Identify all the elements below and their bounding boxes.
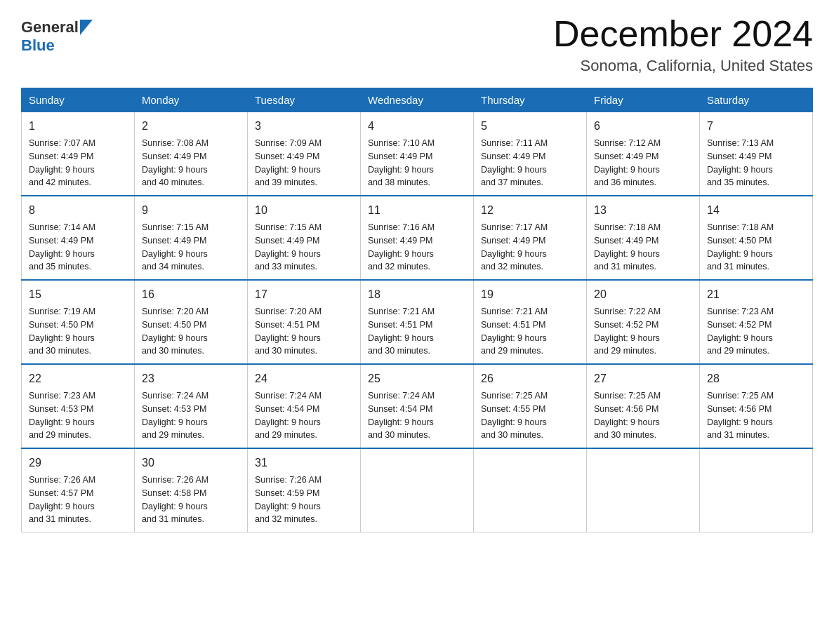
- day-info: Sunrise: 7:23 AMSunset: 4:53 PMDaylight:…: [29, 389, 127, 442]
- logo-blue-text: Blue: [21, 36, 55, 54]
- calendar-week-row: 15Sunrise: 7:19 AMSunset: 4:50 PMDayligh…: [22, 280, 813, 364]
- location-subtitle: Sonoma, California, United States: [553, 57, 813, 75]
- table-row: 30Sunrise: 7:26 AMSunset: 4:58 PMDayligh…: [135, 448, 248, 532]
- day-number: 5: [481, 118, 579, 135]
- day-number: 11: [368, 202, 466, 219]
- day-number: 10: [255, 202, 353, 219]
- table-row: 2Sunrise: 7:08 AMSunset: 4:49 PMDaylight…: [135, 112, 248, 196]
- day-number: 15: [29, 286, 127, 303]
- table-row: 6Sunrise: 7:12 AMSunset: 4:49 PMDaylight…: [587, 112, 700, 196]
- calendar-header-row: Sunday Monday Tuesday Wednesday Thursday…: [22, 88, 813, 112]
- table-row: 20Sunrise: 7:22 AMSunset: 4:52 PMDayligh…: [587, 280, 700, 364]
- table-row: 7Sunrise: 7:13 AMSunset: 4:49 PMDaylight…: [700, 112, 813, 196]
- day-number: 29: [29, 455, 127, 471]
- day-number: 27: [594, 370, 692, 387]
- table-row: 26Sunrise: 7:25 AMSunset: 4:55 PMDayligh…: [474, 364, 587, 448]
- table-row: 28Sunrise: 7:25 AMSunset: 4:56 PMDayligh…: [700, 364, 813, 448]
- day-number: 22: [29, 370, 127, 387]
- day-info: Sunrise: 7:20 AMSunset: 4:50 PMDaylight:…: [142, 305, 240, 358]
- day-number: 21: [707, 286, 805, 303]
- day-number: 17: [255, 286, 353, 303]
- day-info: Sunrise: 7:24 AMSunset: 4:54 PMDaylight:…: [368, 389, 466, 442]
- day-number: 26: [481, 370, 579, 387]
- logo: General Blue: [21, 14, 93, 55]
- day-info: Sunrise: 7:25 AMSunset: 4:56 PMDaylight:…: [707, 389, 805, 442]
- day-info: Sunrise: 7:26 AMSunset: 4:58 PMDaylight:…: [142, 474, 240, 526]
- table-row: 1Sunrise: 7:07 AMSunset: 4:49 PMDaylight…: [22, 112, 135, 196]
- table-row: 10Sunrise: 7:15 AMSunset: 4:49 PMDayligh…: [248, 196, 361, 280]
- table-row: 23Sunrise: 7:24 AMSunset: 4:53 PMDayligh…: [135, 364, 248, 448]
- calendar-week-row: 22Sunrise: 7:23 AMSunset: 4:53 PMDayligh…: [22, 364, 813, 448]
- day-info: Sunrise: 7:19 AMSunset: 4:50 PMDaylight:…: [29, 305, 127, 358]
- col-thursday: Thursday: [474, 88, 587, 112]
- day-number: 12: [481, 202, 579, 219]
- table-row: 5Sunrise: 7:11 AMSunset: 4:49 PMDaylight…: [474, 112, 587, 196]
- day-info: Sunrise: 7:09 AMSunset: 4:49 PMDaylight:…: [255, 137, 353, 189]
- table-row: 18Sunrise: 7:21 AMSunset: 4:51 PMDayligh…: [361, 280, 474, 364]
- logo-general-text: General: [21, 18, 79, 36]
- table-row: 25Sunrise: 7:24 AMSunset: 4:54 PMDayligh…: [361, 364, 474, 448]
- day-info: Sunrise: 7:20 AMSunset: 4:51 PMDaylight:…: [255, 305, 353, 358]
- table-row: 14Sunrise: 7:18 AMSunset: 4:50 PMDayligh…: [700, 196, 813, 280]
- col-monday: Monday: [135, 88, 248, 112]
- day-info: Sunrise: 7:26 AMSunset: 4:59 PMDaylight:…: [255, 474, 353, 526]
- calendar-table: Sunday Monday Tuesday Wednesday Thursday…: [21, 88, 813, 532]
- day-info: Sunrise: 7:17 AMSunset: 4:49 PMDaylight:…: [481, 221, 579, 274]
- table-row: 17Sunrise: 7:20 AMSunset: 4:51 PMDayligh…: [248, 280, 361, 364]
- day-number: 6: [594, 118, 692, 135]
- day-number: 20: [594, 286, 692, 303]
- day-info: Sunrise: 7:25 AMSunset: 4:55 PMDaylight:…: [481, 389, 579, 442]
- logo-triangle-icon: [79, 20, 93, 38]
- day-info: Sunrise: 7:24 AMSunset: 4:54 PMDaylight:…: [255, 389, 353, 442]
- col-sunday: Sunday: [22, 88, 135, 112]
- day-number: 1: [29, 118, 127, 135]
- month-title: December 2024: [553, 14, 813, 54]
- day-info: Sunrise: 7:23 AMSunset: 4:52 PMDaylight:…: [707, 305, 805, 358]
- day-number: 16: [142, 286, 240, 303]
- table-row: [474, 448, 587, 532]
- table-row: 31Sunrise: 7:26 AMSunset: 4:59 PMDayligh…: [248, 448, 361, 532]
- day-info: Sunrise: 7:26 AMSunset: 4:57 PMDaylight:…: [29, 474, 127, 526]
- day-number: 23: [142, 370, 240, 387]
- calendar-week-row: 8Sunrise: 7:14 AMSunset: 4:49 PMDaylight…: [22, 196, 813, 280]
- day-info: Sunrise: 7:21 AMSunset: 4:51 PMDaylight:…: [481, 305, 579, 358]
- day-number: 14: [707, 202, 805, 219]
- table-row: 22Sunrise: 7:23 AMSunset: 4:53 PMDayligh…: [22, 364, 135, 448]
- table-row: 8Sunrise: 7:14 AMSunset: 4:49 PMDaylight…: [22, 196, 135, 280]
- day-info: Sunrise: 7:13 AMSunset: 4:49 PMDaylight:…: [707, 137, 805, 189]
- table-row: [700, 448, 813, 532]
- calendar-week-row: 1Sunrise: 7:07 AMSunset: 4:49 PMDaylight…: [22, 112, 813, 196]
- table-row: 12Sunrise: 7:17 AMSunset: 4:49 PMDayligh…: [474, 196, 587, 280]
- day-number: 18: [368, 286, 466, 303]
- day-number: 2: [142, 118, 240, 135]
- day-info: Sunrise: 7:24 AMSunset: 4:53 PMDaylight:…: [142, 389, 240, 442]
- col-tuesday: Tuesday: [248, 88, 361, 112]
- day-info: Sunrise: 7:15 AMSunset: 4:49 PMDaylight:…: [255, 221, 353, 274]
- table-row: 27Sunrise: 7:25 AMSunset: 4:56 PMDayligh…: [587, 364, 700, 448]
- table-row: [587, 448, 700, 532]
- table-row: 4Sunrise: 7:10 AMSunset: 4:49 PMDaylight…: [361, 112, 474, 196]
- col-wednesday: Wednesday: [361, 88, 474, 112]
- day-number: 30: [142, 455, 240, 471]
- day-info: Sunrise: 7:22 AMSunset: 4:52 PMDaylight:…: [594, 305, 692, 358]
- table-row: [361, 448, 474, 532]
- day-info: Sunrise: 7:12 AMSunset: 4:49 PMDaylight:…: [594, 137, 692, 189]
- day-info: Sunrise: 7:18 AMSunset: 4:50 PMDaylight:…: [707, 221, 805, 274]
- day-info: Sunrise: 7:14 AMSunset: 4:49 PMDaylight:…: [29, 221, 127, 274]
- table-row: 21Sunrise: 7:23 AMSunset: 4:52 PMDayligh…: [700, 280, 813, 364]
- day-info: Sunrise: 7:15 AMSunset: 4:49 PMDaylight:…: [142, 221, 240, 274]
- table-row: 15Sunrise: 7:19 AMSunset: 4:50 PMDayligh…: [22, 280, 135, 364]
- day-number: 13: [594, 202, 692, 219]
- title-block: December 2024 Sonoma, California, United…: [553, 14, 813, 75]
- day-info: Sunrise: 7:10 AMSunset: 4:49 PMDaylight:…: [368, 137, 466, 189]
- day-number: 7: [707, 118, 805, 135]
- day-info: Sunrise: 7:21 AMSunset: 4:51 PMDaylight:…: [368, 305, 466, 358]
- day-number: 3: [255, 118, 353, 135]
- col-friday: Friday: [587, 88, 700, 112]
- table-row: 19Sunrise: 7:21 AMSunset: 4:51 PMDayligh…: [474, 280, 587, 364]
- day-number: 28: [707, 370, 805, 387]
- day-info: Sunrise: 7:08 AMSunset: 4:49 PMDaylight:…: [142, 137, 240, 189]
- table-row: 11Sunrise: 7:16 AMSunset: 4:49 PMDayligh…: [361, 196, 474, 280]
- day-number: 4: [368, 118, 466, 135]
- svg-marker-0: [80, 20, 93, 35]
